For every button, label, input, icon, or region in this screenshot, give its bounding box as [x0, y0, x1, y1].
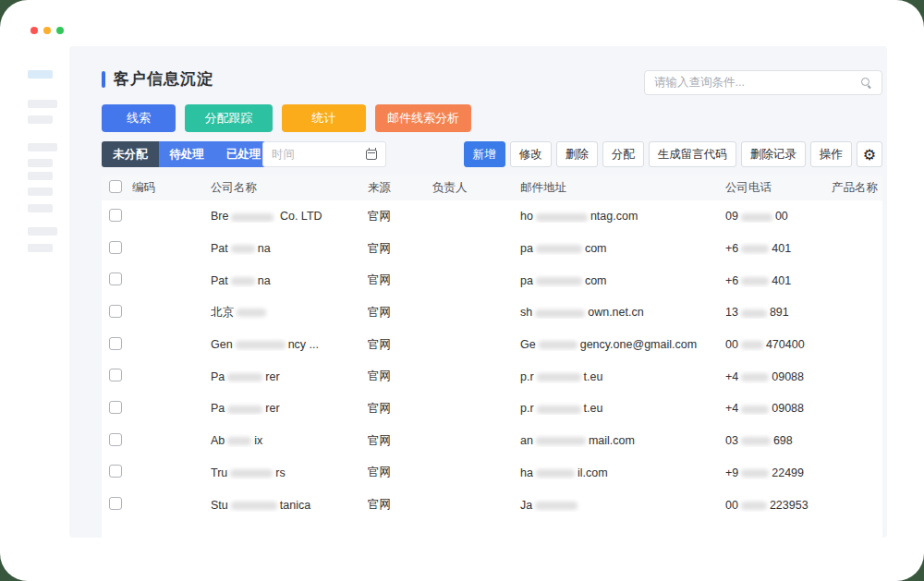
tab-1[interactable]: 线索 — [102, 104, 176, 132]
email-cell: hontag.com — [520, 210, 725, 223]
search-placeholder: 请输入查询条件... — [654, 75, 861, 91]
cell-text: na — [258, 242, 271, 255]
table-row[interactable]: 北京官网shown.net.cn13891 — [102, 297, 882, 329]
action-button-5[interactable]: 生成留言代码 — [649, 141, 736, 167]
redacted-text — [230, 469, 273, 478]
redacted-text — [537, 405, 581, 414]
cell-text: 00 — [725, 338, 738, 351]
sidebar-item-placeholder[interactable] — [28, 172, 53, 180]
row-checkbox-cell — [102, 497, 132, 513]
phone-cell: +409088 — [725, 370, 832, 383]
cell-text: Pa — [211, 370, 225, 383]
redacted-text — [231, 213, 274, 222]
cell-text: Pat — [211, 242, 228, 255]
row-checkbox[interactable] — [109, 272, 122, 285]
email-cell: p.rt.eu — [520, 402, 725, 415]
sidebar-item-placeholder[interactable] — [28, 188, 53, 196]
segment-1-active[interactable]: 未分配 — [102, 141, 159, 167]
sidebar-item-placeholder[interactable] — [28, 244, 53, 252]
row-checkbox[interactable] — [109, 241, 122, 254]
cell-text: mail.com — [589, 434, 635, 447]
table-row[interactable]: Patna官网pacom+6401 — [102, 233, 882, 265]
app-window: 客户信息沉淀 请输入查询条件... 线索分配跟踪统计邮件线索分析 未分配待处理已… — [0, 0, 924, 581]
source-cell: 官网 — [368, 497, 432, 513]
company-name-cell: Abix — [211, 434, 368, 447]
redacted-text — [741, 405, 769, 414]
table-row[interactable]: Trurs官网hail.com+922499 — [102, 457, 882, 490]
phone-cell: 0900 — [725, 210, 832, 223]
column-header-4: 负责人 — [432, 180, 520, 196]
cell-text: com — [585, 274, 607, 287]
row-checkbox[interactable] — [109, 401, 122, 414]
tab-2[interactable]: 分配跟踪 — [185, 104, 273, 132]
select-all-checkbox[interactable] — [109, 180, 122, 193]
segment-2[interactable]: 待处理 — [159, 141, 216, 167]
action-button-7[interactable]: 操作 — [810, 141, 852, 167]
action-button-3[interactable]: 删除 — [556, 141, 598, 167]
table-row[interactable]: Stutanica官网Ja00223953 — [102, 489, 882, 521]
source-cell: 官网 — [368, 401, 432, 417]
cell-text: p.r — [520, 370, 534, 383]
redacted-text — [741, 309, 767, 318]
table-row[interactable]: Patna官网pacom+6401 — [102, 264, 882, 297]
sidebar-item-placeholder[interactable] — [28, 227, 57, 236]
redacted-text — [227, 437, 251, 445]
sidebar-item-placeholder[interactable] — [28, 204, 53, 212]
source-cell: 官网 — [368, 465, 432, 480]
source-cell: 官网 — [368, 433, 432, 449]
row-checkbox[interactable] — [109, 369, 122, 381]
settings-gear-button[interactable]: ⚙ — [857, 141, 882, 167]
tab-3[interactable]: 统计 — [282, 104, 366, 132]
calendar-icon[interactable] — [366, 150, 377, 160]
tab-4[interactable]: 邮件线索分析 — [375, 104, 471, 132]
source-cell: 官网 — [368, 337, 432, 353]
redacted-text — [536, 213, 588, 222]
redacted-text — [237, 309, 266, 317]
redacted-text — [741, 245, 769, 253]
row-checkbox[interactable] — [109, 337, 122, 350]
redacted-text — [536, 437, 586, 445]
sidebar-item-placeholder[interactable] — [28, 70, 53, 79]
table-row[interactable]: Abix官网anmail.com03698 — [102, 425, 882, 457]
cell-text: 22499 — [772, 466, 804, 479]
column-header-2: 公司名称 — [211, 180, 368, 196]
row-checkbox[interactable] — [109, 209, 122, 222]
cell-text: Ab — [211, 434, 225, 447]
row-checkbox[interactable] — [109, 497, 122, 510]
cell-text: 401 — [772, 242, 791, 255]
table-row[interactable]: Genncy ...官网Gegency.one@gmail.com0047040… — [102, 329, 882, 361]
cell-text: tanica — [280, 499, 310, 512]
row-checkbox-cell — [102, 305, 132, 321]
date-filter-input[interactable]: 时间 — [262, 141, 386, 167]
cell-text: 09088 — [772, 370, 804, 383]
table-row[interactable]: Parer官网p.rt.eu+409088 — [102, 360, 882, 393]
cell-text: 00 — [725, 499, 738, 512]
cell-text: ha — [520, 466, 533, 479]
cell-text: 09 — [725, 210, 738, 223]
search-icon[interactable] — [861, 78, 872, 89]
row-checkbox[interactable] — [109, 465, 122, 478]
table-row[interactable]: Parer官网p.rt.eu+409088 — [102, 393, 882, 425]
sidebar-item-placeholder[interactable] — [28, 115, 53, 124]
cell-text: +9 — [725, 466, 738, 479]
row-checkbox[interactable] — [109, 305, 122, 318]
cell-text: rer — [265, 370, 279, 383]
cell-text: ncy ... — [288, 338, 319, 351]
row-checkbox[interactable] — [109, 433, 122, 446]
redacted-text — [741, 341, 763, 349]
sidebar-item-placeholder[interactable] — [28, 159, 53, 167]
sidebar-item-placeholder[interactable] — [28, 143, 57, 151]
action-button-1[interactable]: 新增 — [464, 141, 505, 167]
action-button-6[interactable]: 删除记录 — [741, 141, 806, 167]
table-row[interactable]: Bre Co. LTD官网hontag.com0900 — [102, 200, 882, 233]
table-header-row: 编码公司名称来源负责人邮件地址公司电话产品名称 — [102, 176, 882, 200]
cell-text: 401 — [772, 274, 791, 287]
search-input[interactable]: 请输入查询条件... — [644, 70, 882, 95]
action-button-2[interactable]: 修改 — [510, 141, 552, 167]
cell-text: 698 — [773, 434, 793, 447]
sidebar-item-placeholder[interactable] — [28, 100, 57, 108]
redacted-text — [535, 502, 578, 510]
action-button-4[interactable]: 分配 — [602, 141, 644, 167]
cell-text: 891 — [770, 306, 789, 319]
cell-text: com — [585, 242, 607, 255]
